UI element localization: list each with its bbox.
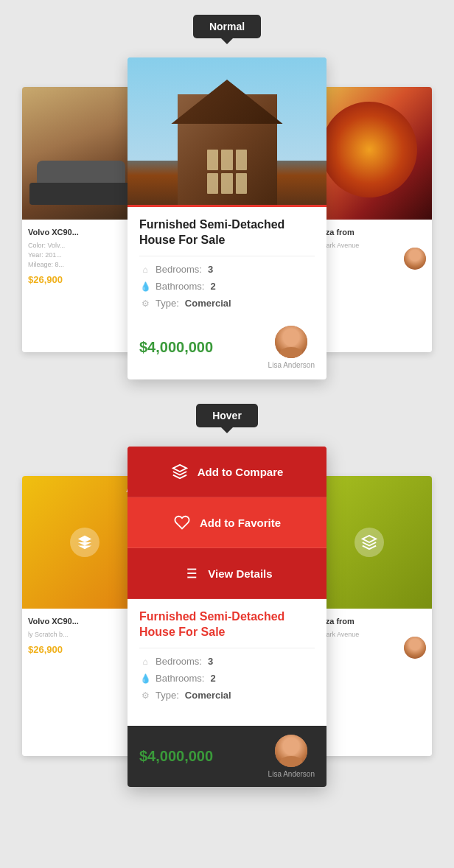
window-3 xyxy=(236,150,247,170)
bedrooms-meta: ⌂ Bedrooms: 3 xyxy=(139,264,315,276)
right-avatar-img xyxy=(404,248,426,270)
window-6 xyxy=(236,173,247,194)
view-details-button[interactable]: View Details xyxy=(128,548,326,599)
window-1 xyxy=(207,150,218,170)
agent-avatar-normal xyxy=(275,326,307,358)
hover-agent-info: Lisa Anderson xyxy=(268,735,315,778)
type-label: Type: xyxy=(156,298,179,309)
hover-gear-icon: ⚙ xyxy=(139,690,151,701)
hover-type-meta: ⚙ Type: Comercial xyxy=(139,690,315,701)
svg-marker-7 xyxy=(363,536,376,542)
layers-icon xyxy=(77,534,93,550)
details-label: View Details xyxy=(208,567,272,580)
hover-left-subtitle: ly Scratch b... xyxy=(28,631,142,638)
normal-carousel: Volvo XC90... Color: Volv... Year: 201..… xyxy=(0,57,454,374)
hover-price: $4,000,000 xyxy=(139,748,213,765)
hover-main-footer: $4,000,000 Lisa Anderson xyxy=(128,726,326,787)
heart-svg-icon xyxy=(174,514,190,531)
hover-right-avatar xyxy=(404,637,426,659)
hover-section: Hover A... Volvo XC90... ly Scratch b...… xyxy=(0,396,454,808)
right-compare-icon xyxy=(361,534,377,550)
right-card-title: ...izza from xyxy=(312,227,426,237)
left-card-price: $26,900 xyxy=(28,274,142,285)
hover-right-avatar-img xyxy=(404,637,426,659)
favorite-label: Add to Favorite xyxy=(200,517,281,529)
main-card-footer-normal: $4,000,000 Lisa Anderson xyxy=(139,318,315,369)
hover-main-card: Add to Compare Add to Favorite xyxy=(128,447,326,787)
hover-carousel: A... Volvo XC90... ly Scratch b... $26,9… xyxy=(0,447,454,785)
list-svg-icon xyxy=(182,565,198,581)
type-value: Comercial xyxy=(185,298,231,309)
hover-tooltip: Hover xyxy=(196,404,258,435)
bathrooms-label: Bathrooms: xyxy=(156,281,204,292)
hover-type-label: Type: xyxy=(156,690,179,701)
hover-bedrooms-meta: ⌂ Bedrooms: 3 xyxy=(139,656,315,668)
type-meta: ⚙ Type: Comercial xyxy=(139,298,315,309)
window-4 xyxy=(207,173,218,194)
price-normal: $4,000,000 xyxy=(139,339,213,356)
gear-icon: ⚙ xyxy=(139,298,151,309)
bathrooms-meta: 💧 Bathrooms: 2 xyxy=(139,281,315,293)
hover-left-icon xyxy=(70,528,99,557)
compare-icon xyxy=(171,463,189,480)
hover-bedrooms-label: Bedrooms: xyxy=(156,656,202,667)
left-card-title: Volvo XC90... xyxy=(28,227,142,237)
home-icon: ⌂ xyxy=(139,264,151,276)
layers-svg-icon xyxy=(172,463,188,480)
add-to-favorite-button[interactable]: Add to Favorite xyxy=(128,497,326,548)
add-to-compare-button[interactable]: Add to Compare xyxy=(128,447,326,497)
hover-agent-name: Lisa Anderson xyxy=(268,770,315,778)
hover-left-price: $26,900 xyxy=(28,644,142,655)
bedrooms-value: 3 xyxy=(208,264,213,275)
details-icon xyxy=(181,564,199,582)
compare-label: Add to Compare xyxy=(198,466,284,478)
main-card-normal: Furnished Semi-Detached House For Sale ⌂… xyxy=(128,57,326,379)
normal-label: Normal xyxy=(193,15,261,38)
drop-icon: 💧 xyxy=(139,281,151,293)
hover-bathrooms-value: 2 xyxy=(210,673,215,684)
svg-marker-0 xyxy=(172,465,186,472)
agent-avatar-image xyxy=(275,326,307,358)
left-card-meta1: Color: Volv... xyxy=(28,242,142,249)
hover-main-body: Furnished Semi-Detached House For Sale ⌂… xyxy=(128,599,326,717)
hover-main-title: Furnished Semi-Detached House For Sale xyxy=(139,609,315,648)
hover-right-title: ...izza from xyxy=(312,616,426,626)
hover-actions-panel: Add to Compare Add to Favorite xyxy=(128,447,326,599)
hover-label: Hover xyxy=(196,404,258,427)
hover-bedrooms-value: 3 xyxy=(208,656,213,667)
hover-home-icon: ⌂ xyxy=(139,656,151,668)
window-5 xyxy=(221,173,232,194)
main-card-title-normal: Furnished Semi-Detached House For Sale xyxy=(139,217,315,256)
normal-section: Normal Volvo XC90... Color: Volv... Year… xyxy=(0,0,454,396)
hover-drop-icon: 💧 xyxy=(139,673,151,685)
hover-right-icon xyxy=(355,528,384,557)
window-2 xyxy=(221,150,232,170)
building-image xyxy=(128,57,326,205)
favorite-icon xyxy=(173,514,191,531)
agent-name-normal: Lisa Anderson xyxy=(268,361,315,369)
normal-tooltip: Normal xyxy=(193,15,261,46)
left-card-meta2: Year: 201... xyxy=(28,251,142,259)
main-card-body-normal: Furnished Semi-Detached House For Sale ⌂… xyxy=(128,205,326,379)
hover-agent-avatar xyxy=(275,735,307,767)
right-card-avatar xyxy=(404,248,426,270)
hover-bathrooms-label: Bathrooms: xyxy=(156,673,204,684)
building-windows xyxy=(207,150,247,194)
bedrooms-label: Bedrooms: xyxy=(156,264,202,275)
hover-agent-avatar-image xyxy=(275,735,307,767)
hover-bathrooms-meta: 💧 Bathrooms: 2 xyxy=(139,673,315,685)
agent-info-normal: Lisa Anderson xyxy=(268,326,315,369)
hover-type-value: Comercial xyxy=(185,690,231,701)
left-card-meta3: Mileage: 8... xyxy=(28,261,142,268)
hover-left-title: Volvo XC90... xyxy=(28,616,142,626)
bathrooms-value: 2 xyxy=(210,281,215,292)
